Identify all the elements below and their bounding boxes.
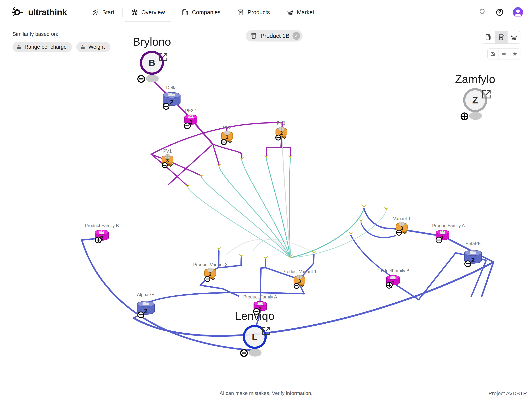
collapse-disk[interactable] <box>249 349 261 357</box>
building-icon <box>485 33 492 41</box>
box-node-pv2[interactable]: PV21 <box>222 125 233 145</box>
shapes-icon <box>16 44 22 50</box>
edge <box>226 239 314 255</box>
box-node-product-variant-2[interactable]: Product Variant 22 <box>193 262 228 282</box>
collapse-button[interactable] <box>138 312 144 318</box>
display-toggle-group <box>488 48 520 59</box>
person-icon <box>513 7 523 17</box>
chip-label: Range per charge <box>25 44 67 50</box>
tab-companies[interactable]: Companies <box>173 0 229 25</box>
product-box-icon <box>498 33 505 41</box>
node-count: 2 <box>471 256 475 264</box>
links-icon[interactable] <box>498 49 509 59</box>
company-node-zamfylo[interactable]: ZamfyloZ <box>455 73 495 120</box>
node-label: PV1 <box>163 149 171 154</box>
edge <box>219 167 290 257</box>
collapse-disk[interactable] <box>469 112 482 120</box>
box-node-pv3[interactable]: PV32 <box>276 121 287 140</box>
entity-toggle-group <box>482 31 520 44</box>
node-label: AlphaPE <box>137 292 154 297</box>
similarity-chips: Range per charge Weight <box>13 42 110 52</box>
node-label: Product Family A <box>243 294 277 299</box>
box-node-product-variant-1[interactable]: Product Variant 13 <box>282 269 317 288</box>
tab-overview[interactable]: Overview <box>123 0 173 25</box>
collapse-button[interactable] <box>163 103 169 109</box>
toggle-products[interactable] <box>495 31 507 44</box>
flow-arrowhead <box>348 231 354 235</box>
cylinder-node-pf22[interactable]: PF223 <box>184 108 197 129</box>
collapse-button[interactable] <box>222 140 227 145</box>
main-nav: Start Overview Companies Products Market <box>84 0 323 25</box>
tab-products[interactable]: Products <box>229 0 278 25</box>
edge <box>253 240 286 252</box>
expand-button[interactable] <box>461 113 468 120</box>
node-label: BetaPE <box>466 241 481 246</box>
shapes-icon <box>79 44 86 50</box>
box-node-variant-1[interactable]: Variant 13 <box>393 216 411 235</box>
collapse-button[interactable] <box>396 230 402 235</box>
collapse-button[interactable] <box>162 163 167 168</box>
edge <box>188 188 290 257</box>
toggle-companies[interactable] <box>482 31 495 44</box>
node-label: PF22 <box>185 108 196 113</box>
collapse-button[interactable] <box>241 350 247 356</box>
node-count: 3 <box>298 278 301 284</box>
active-filter-chip[interactable]: Product 1B <box>246 30 303 41</box>
edge <box>202 177 290 257</box>
node-label: PV2 <box>223 125 231 130</box>
filter-label: Product 1B <box>260 32 289 39</box>
header-actions <box>478 7 523 17</box>
edge <box>82 240 254 350</box>
company-label: Zamfylo <box>455 73 495 85</box>
storefront-icon <box>286 9 294 16</box>
expand-button[interactable] <box>386 282 392 288</box>
collapse-button[interactable] <box>138 76 145 82</box>
toggle-market[interactable] <box>507 31 520 44</box>
node-label: Product Variant 1 <box>282 269 317 274</box>
collapse-button[interactable] <box>253 309 259 314</box>
chip-range-per-charge[interactable]: Range per charge <box>13 42 72 52</box>
node-count: 2 <box>144 307 148 315</box>
tab-start[interactable]: Start <box>84 0 122 25</box>
collapse-button[interactable] <box>294 283 299 288</box>
lightbulb-icon[interactable] <box>478 8 487 17</box>
node-label: Delta <box>166 85 177 90</box>
tab-market[interactable]: Market <box>278 0 323 25</box>
company-letter: L <box>252 332 257 342</box>
collapse-button[interactable] <box>436 237 442 243</box>
star-icon[interactable] <box>509 49 520 59</box>
collapse-button[interactable] <box>276 135 281 140</box>
brand[interactable]: ultrathink <box>11 6 67 19</box>
chip-weight[interactable]: Weight <box>76 42 110 52</box>
edge <box>290 211 386 257</box>
expand-button[interactable] <box>95 237 101 243</box>
box-node-pv1[interactable]: PV13 <box>162 149 173 168</box>
cylinder-node-product-family-b-left[interactable]: Product Family B2 <box>85 223 119 243</box>
edge <box>301 254 314 278</box>
cylinder-node-betape[interactable]: BetaPE2 <box>464 241 481 267</box>
collapse-button[interactable] <box>184 123 190 129</box>
close-icon[interactable] <box>292 32 300 40</box>
edge <box>146 284 304 303</box>
node-count: 3 <box>400 225 403 231</box>
company-node-brylono[interactable]: BrylonoB <box>133 35 171 82</box>
help-icon[interactable] <box>495 8 504 17</box>
collapse-disk[interactable] <box>146 75 159 82</box>
collapse-button[interactable] <box>205 277 210 282</box>
cylinder-node-productfamily-b[interactable]: ProductFamily B1 <box>377 268 410 288</box>
brand-name: ultrathink <box>28 7 67 18</box>
hub-icon <box>131 9 138 16</box>
flow-arrowhead <box>359 219 364 222</box>
flow-arrowhead <box>239 254 244 257</box>
chip-label: Weight <box>89 44 105 50</box>
tab-label: Market <box>297 9 314 16</box>
flow-arrowhead <box>216 247 222 250</box>
label-off-icon[interactable] <box>488 49 498 59</box>
node-count: 1 <box>226 134 228 140</box>
cylinder-node-alphape[interactable]: AlphaPE2 <box>137 292 154 318</box>
collapse-button[interactable] <box>465 261 471 267</box>
node-count: 2 <box>209 271 211 277</box>
avatar[interactable] <box>513 7 523 17</box>
graph-canvas[interactable]: BrylonoBZamfyloZLenviqoLDelta2PF223Produ… <box>0 0 532 399</box>
node-count: 2 <box>170 98 174 106</box>
